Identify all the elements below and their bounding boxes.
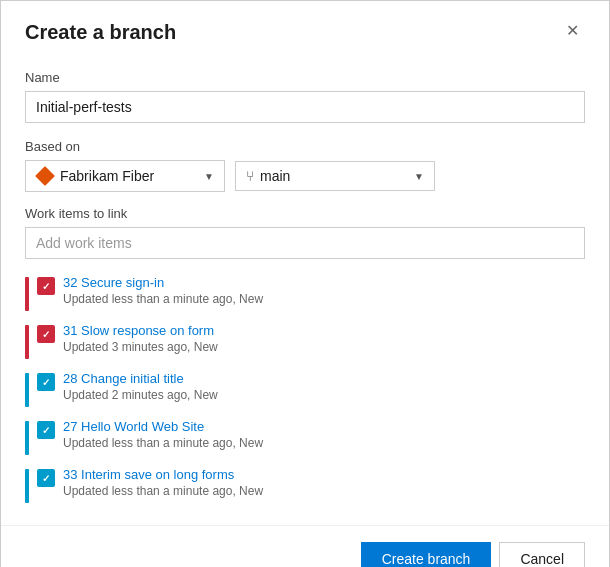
work-item-meta: Updated 3 minutes ago, New <box>63 340 585 354</box>
name-label: Name <box>25 70 585 85</box>
list-item: ✓ 27 Hello World Web Site Updated less t… <box>25 413 585 461</box>
work-item-color-bar <box>25 421 29 455</box>
dialog-footer: Create branch Cancel <box>1 525 609 567</box>
create-branch-button[interactable]: Create branch <box>361 542 492 567</box>
work-item-title[interactable]: 33 Interim save on long forms <box>63 467 585 482</box>
branch-icon: ⑂ <box>246 168 254 184</box>
repo-select-wrapper: Fabrikam Fiber ▼ <box>25 160 225 192</box>
list-item: ✓ 32 Secure sign-in Updated less than a … <box>25 269 585 317</box>
dialog-body: Name Based on Fabrikam Fiber ▼ <box>1 56 609 509</box>
repo-chevron-icon: ▼ <box>204 171 214 182</box>
work-item-meta: Updated less than a minute ago, New <box>63 292 585 306</box>
work-item-details: 27 Hello World Web Site Updated less tha… <box>63 419 585 450</box>
work-item-meta: Updated less than a minute ago, New <box>63 436 585 450</box>
work-items-placeholder: Add work items <box>36 235 132 251</box>
close-button[interactable]: ✕ <box>560 21 585 41</box>
repo-icon <box>36 167 54 185</box>
work-item-title[interactable]: 27 Hello World Web Site <box>63 419 585 434</box>
branch-name-input[interactable] <box>25 91 585 123</box>
based-on-row: Fabrikam Fiber ▼ ⑂ main ▼ <box>25 160 585 192</box>
branch-select-wrapper: ⑂ main ▼ <box>235 161 435 191</box>
dialog-title: Create a branch <box>25 21 176 44</box>
work-item-icon: ✓ <box>37 325 55 343</box>
work-items-list: ✓ 32 Secure sign-in Updated less than a … <box>25 269 585 509</box>
cancel-button[interactable]: Cancel <box>499 542 585 567</box>
repo-select-button[interactable]: Fabrikam Fiber ▼ <box>25 160 225 192</box>
branch-name: main <box>260 168 290 184</box>
branch-chevron-icon: ▼ <box>414 171 424 182</box>
work-item-icon: ✓ <box>37 469 55 487</box>
work-item-color-bar <box>25 277 29 311</box>
work-item-meta: Updated less than a minute ago, New <box>63 484 585 498</box>
work-item-icon: ✓ <box>37 373 55 391</box>
list-item: ✓ 28 Change initial title Updated 2 minu… <box>25 365 585 413</box>
work-item-meta: Updated 2 minutes ago, New <box>63 388 585 402</box>
create-branch-dialog: Create a branch ✕ Name Based on Fabrikam… <box>0 0 610 567</box>
work-items-label: Work items to link <box>25 206 585 221</box>
work-item-icon: ✓ <box>37 277 55 295</box>
work-item-color-bar <box>25 325 29 359</box>
work-item-details: 32 Secure sign-in Updated less than a mi… <box>63 275 585 306</box>
work-item-color-bar <box>25 373 29 407</box>
list-item: ✓ 31 Slow response on form Updated 3 min… <box>25 317 585 365</box>
work-item-title[interactable]: 31 Slow response on form <box>63 323 585 338</box>
repo-name: Fabrikam Fiber <box>60 168 154 184</box>
list-item: ✓ 33 Interim save on long forms Updated … <box>25 461 585 509</box>
work-items-input[interactable]: Add work items <box>25 227 585 259</box>
work-item-title[interactable]: 32 Secure sign-in <box>63 275 585 290</box>
based-on-label: Based on <box>25 139 585 154</box>
diamond-icon <box>35 166 55 186</box>
work-item-details: 31 Slow response on form Updated 3 minut… <box>63 323 585 354</box>
dialog-header: Create a branch ✕ <box>1 1 609 56</box>
work-item-details: 28 Change initial title Updated 2 minute… <box>63 371 585 402</box>
work-item-title[interactable]: 28 Change initial title <box>63 371 585 386</box>
branch-select-button[interactable]: ⑂ main ▼ <box>235 161 435 191</box>
work-item-color-bar <box>25 469 29 503</box>
work-item-icon: ✓ <box>37 421 55 439</box>
work-item-details: 33 Interim save on long forms Updated le… <box>63 467 585 498</box>
